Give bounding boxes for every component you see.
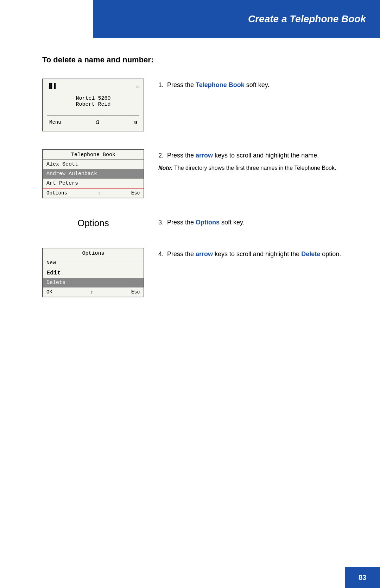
header-title: Create a Telephone Book <box>248 13 366 25</box>
step-3-text: 3. Press the Options soft key. <box>158 218 359 227</box>
pb-softkey-left: Options <box>46 190 67 196</box>
phone-content-1: Nortel 5260 Robert Reid <box>47 93 139 113</box>
signal-icon: ▐▌▌ <box>47 83 57 89</box>
step-1-prefix: Press the <box>167 81 196 88</box>
step-4-desc: 4. Press the arrow keys to scroll and hi… <box>158 248 359 262</box>
opt-softkey-mid: ↕ <box>90 289 93 295</box>
section-heading: To delete a name and number: <box>42 55 359 64</box>
step-1-link: Telephone Book <box>196 81 245 88</box>
step-1-desc: 1. Press the Telephone Book soft key. <box>158 79 359 93</box>
footer-bar: 83 <box>345 567 380 588</box>
battery-icon: ▭ <box>136 83 139 90</box>
step-3-link: Options <box>196 219 220 226</box>
options-label-box: Options <box>42 216 144 229</box>
note-text: The directory shows the first three name… <box>173 165 336 171</box>
opt-item-new: New <box>43 258 144 268</box>
step-2-link: arrow <box>196 152 213 159</box>
pb-softkey-right: Esc <box>131 190 140 196</box>
opt-item-delete-highlighted: Delete <box>43 278 144 287</box>
step-2-row: Telephone Book Alex Scott Andrew Aulenba… <box>42 149 359 198</box>
opt-title: Options <box>43 248 144 258</box>
pb-item-0: Alex Scott <box>43 160 144 169</box>
step-2-prefix: Press the <box>167 152 196 159</box>
step-4-text: 4. Press the arrow keys to scroll and hi… <box>158 249 359 259</box>
step-4-link: arrow <box>196 250 213 258</box>
opt-softkeys-4: OK ↕ Esc <box>43 287 144 297</box>
opt-softkey-left: OK <box>46 289 52 295</box>
phone-softkeys-1: Menu Ω ◑ <box>47 118 139 127</box>
main-content: To delete a name and number: ▐▌▌ ▭ Norte… <box>0 38 380 567</box>
pb-softkey-mid: ↕ <box>98 190 101 196</box>
note-label: Note: <box>158 165 173 171</box>
phone-line1: Nortel 5260 <box>47 95 139 101</box>
pb-softkeys-2: Options ↕ Esc <box>43 188 144 198</box>
step-4-link2: Delete <box>301 250 320 258</box>
step-2-note: Note: The directory shows the first thre… <box>158 164 359 172</box>
options-label: Options <box>77 218 109 228</box>
step-3-prefix: Press the <box>167 219 196 226</box>
step-3-suffix: soft key. <box>220 219 245 226</box>
step-4-suffix: keys to scroll and highlight the <box>213 250 301 258</box>
phone-screen-1: ▐▌▌ ▭ Nortel 5260 Robert Reid Menu Ω ◑ <box>42 79 144 131</box>
step-3-row: Options 3. Press the Options soft key. <box>42 216 359 230</box>
softkey-right-1: ◑ <box>134 119 137 125</box>
step-1-text: 1. Press the Telephone Book soft key. <box>158 80 359 90</box>
softkey-left-1: Menu <box>49 119 61 125</box>
step-1-row: ▐▌▌ ▭ Nortel 5260 Robert Reid Menu Ω ◑ 1… <box>42 79 359 131</box>
softkey-mid-1: Ω <box>96 119 99 125</box>
options-screen-4: Options New Edit Delete OK ↕ Esc <box>42 248 144 297</box>
step-2-text: 2. Press the arrow keys to scroll and hi… <box>158 151 359 160</box>
opt-item-edit: Edit <box>43 268 144 278</box>
opt-softkey-right: Esc <box>131 289 140 295</box>
step-1-suffix: soft key. <box>245 81 270 88</box>
page-number: 83 <box>359 574 366 582</box>
step-2-suffix: keys to scroll and highlight the name. <box>213 152 319 159</box>
phone-line2: Robert Reid <box>47 101 139 107</box>
step-4-suffix2: option. <box>320 250 341 258</box>
pb-title: Telephone Book <box>43 150 144 160</box>
pb-item-2: Art Peters <box>43 179 144 188</box>
step-4-row: Options New Edit Delete OK ↕ Esc 4. Pres… <box>42 248 359 297</box>
step-2-desc: 2. Press the arrow keys to scroll and hi… <box>158 149 359 172</box>
header-bar: Create a Telephone Book <box>93 0 380 38</box>
phonebook-screen-2: Telephone Book Alex Scott Andrew Aulenba… <box>42 149 144 198</box>
step-3-desc: 3. Press the Options soft key. <box>158 216 359 230</box>
step-4-prefix: Press the <box>167 250 196 258</box>
pb-item-1-highlighted: Andrew Aulenback <box>43 169 144 179</box>
